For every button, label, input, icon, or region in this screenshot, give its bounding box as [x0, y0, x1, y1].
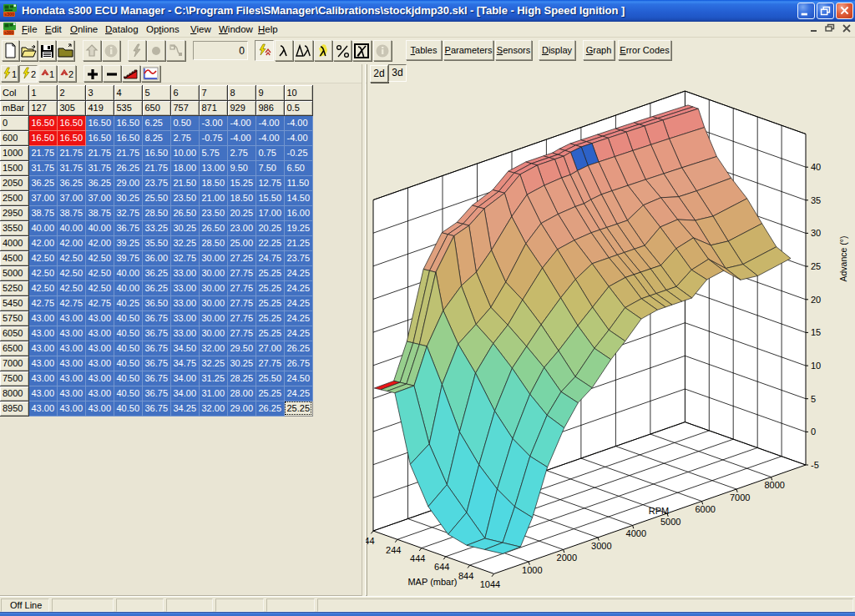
- svg-text:2: 2: [31, 69, 36, 79]
- svg-text:2: 2: [68, 69, 73, 79]
- svg-text:s300: s300: [4, 30, 13, 35]
- svg-text:s300: s300: [4, 12, 14, 17]
- svg-text:1: 1: [12, 69, 17, 79]
- svg-text:1: 1: [49, 69, 54, 79]
